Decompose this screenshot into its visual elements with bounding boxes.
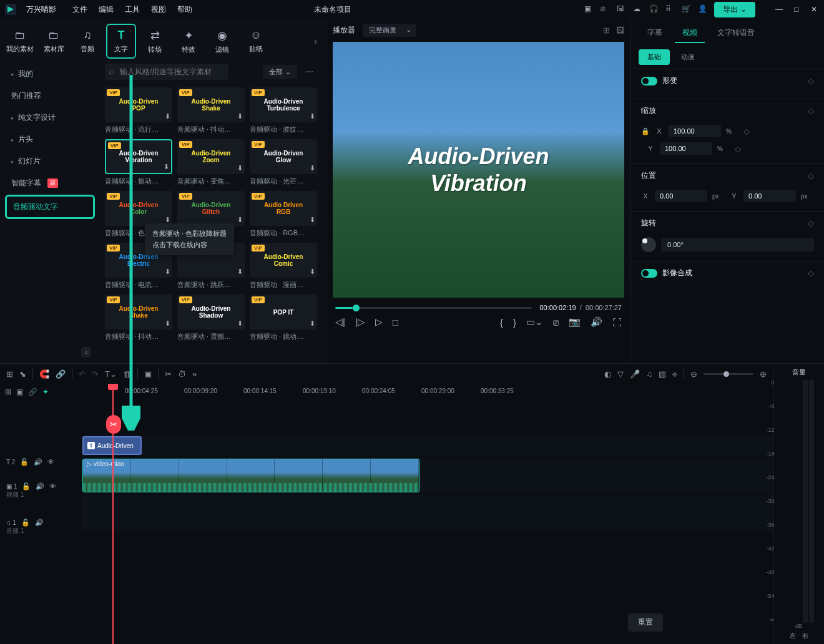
prev-frame-icon[interactable]: ◁| [335,316,345,328]
zoom-out-icon[interactable]: ⊖ [690,369,697,379]
marker-icon[interactable]: ▽ [617,369,624,379]
cut-marker[interactable]: ✂ [106,415,121,434]
tab-library[interactable]: 🗀素材库 [39,25,69,57]
download-icon[interactable]: ⬇ [237,320,243,328]
download-icon[interactable]: ⬇ [165,268,170,276]
sidebar-item-opener[interactable]: 片头 [5,129,95,150]
transform-toggle[interactable] [641,77,657,85]
save-icon[interactable]: 🖫 [617,4,627,14]
mix-icon[interactable]: ▥ [659,369,666,379]
preview-canvas[interactable]: Audio-Driven Vibration [333,42,624,298]
zoom-in-icon[interactable]: ⊕ [760,369,767,379]
apps-icon[interactable]: ⠿ [665,4,675,14]
display-icon[interactable]: ⎚ [553,317,559,328]
close-icon[interactable]: ✕ [809,5,819,14]
add-track-icon[interactable]: ⊞ [5,388,11,396]
asset-card[interactable]: VIPAudio-DrivenVibration⬇音频驱动 · 振动… [105,139,172,186]
screen-icon[interactable]: ⎚ [601,4,611,14]
undo-icon[interactable]: ↶ [79,369,86,379]
tab-text[interactable]: T文字 [106,24,136,59]
menu-edit[interactable]: 编辑 [99,4,114,15]
asset-card[interactable]: VIPAudio-DrivenGlow⬇音频驱动 · 光芒… [250,139,317,186]
asset-card[interactable]: VIPAudio DrivenRGB⬇音频驱动 · RGB… [250,191,317,238]
sidebar-item-slideshow[interactable]: 幻灯片 [5,151,95,172]
scrub-thumb[interactable] [353,305,360,311]
scale-kf-icon[interactable]: ◇ [808,106,814,115]
store-icon[interactable]: 🛒 [682,4,692,14]
eye-icon[interactable]: 👁 [47,458,54,466]
insp-tab-video[interactable]: 视频 [675,24,705,43]
sidebar-item-audiodriven[interactable]: 音频驱动文字 [5,195,95,219]
text-tool-icon[interactable]: T⌄ [105,369,117,379]
asset-card[interactable]: VIPAudio-DrivenShake⬇音频驱动 · 抖动… [105,295,172,341]
maximize-icon[interactable]: □ [792,5,802,14]
tab-my-assets[interactable]: 🗀我的素材 [5,25,35,57]
sidebar-item-mine[interactable]: 我的 [5,64,95,84]
asset-card[interactable]: VIPAudio-DrivenTurbulence⬇音频驱动 · 波纹… [250,87,317,134]
scale-y-input[interactable] [660,142,712,155]
download-icon[interactable]: ⬇ [237,268,243,276]
menu-tools[interactable]: 工具 [125,4,140,15]
grid-icon[interactable]: ⊞ [603,26,610,35]
subtab-anim[interactable]: 动画 [672,49,704,65]
asset-card[interactable]: VIPAudio-DrivenShadow⬇音频驱动 · 震颤… [177,295,245,341]
video-clip[interactable]: ▷ video-miao [82,459,419,492]
select-icon[interactable]: ⬊ [19,369,26,379]
track-marker-icon[interactable]: ✦ [42,388,49,396]
rotation-value[interactable]: 0.00° [661,238,814,251]
menu-help[interactable]: 帮助 [177,4,192,15]
tab-effects[interactable]: ✦特效 [174,25,204,58]
pos-kf-icon[interactable]: ◇ [808,171,814,180]
menu-file[interactable]: 文件 [72,4,87,15]
zoom-slider[interactable] [704,373,753,375]
mic-icon[interactable]: 🎤 [630,369,640,379]
music-icon[interactable]: ♫ [646,369,652,379]
download-icon[interactable]: ⬇ [310,164,315,172]
scrub-track[interactable] [335,307,532,309]
track-link-icon[interactable]: 🔗 [28,388,37,396]
mark-in-icon[interactable]: { [500,317,503,328]
tab-filters[interactable]: ◉滤镜 [207,25,237,58]
layout-icon[interactable]: ▣ [584,4,594,14]
rot-kf-icon[interactable]: ◇ [808,218,814,228]
pip-icon[interactable]: ⎆ [672,369,677,379]
redo-icon[interactable]: ↷ [92,369,99,379]
insp-tab-caption[interactable]: 字幕 [640,24,670,43]
sidebar-collapse-icon[interactable]: ‹ [81,347,91,357]
track-screen-icon[interactable]: ▣ [16,388,23,396]
filter-dropdown[interactable]: 全部 ⌄ [263,65,297,79]
more-options-icon[interactable]: ⋯ [302,66,317,77]
magnet-icon[interactable]: 🧲 [39,369,49,379]
download-icon[interactable]: ⬇ [310,268,315,276]
play-icon[interactable]: ▷ [375,316,383,328]
scale-x-kf[interactable]: ◇ [743,127,750,136]
mark-out-icon[interactable]: } [513,317,516,328]
quality-select[interactable]: 完整画质 [363,24,416,37]
snapshot-icon[interactable]: 📷 [569,316,581,328]
track-head-video1[interactable]: ▣ 1🔓🔊👁 视频 1 [0,472,81,509]
search-input[interactable] [105,64,228,80]
timeline-tracks[interactable]: 00:00:04:25 00:00:09:20 00:00:14:15 00:0… [81,384,773,644]
audio-icon[interactable]: 🔊 [591,316,602,328]
subtab-basic[interactable]: 基础 [639,49,670,65]
asset-card[interactable]: VIPAudio-DrivenShake⬇音频驱动 · 抖动… [177,87,245,134]
download-icon[interactable]: ⬇ [165,112,170,120]
lock-icon[interactable]: 🔒 [641,127,650,135]
text-track-lane[interactable]: Audio-Driven [81,435,773,456]
download-icon[interactable]: ⬇ [237,216,243,224]
tabs-more-icon[interactable]: › [314,36,317,46]
aspect-icon[interactable]: ▭⌄ [526,316,543,328]
asset-card[interactable]: VIPAudio-DrivenComic⬇音频驱动 · 漫画… [250,243,317,290]
track-head-text2[interactable]: T 2🔓🔊👁 [0,451,81,472]
export-button[interactable]: 导出 ⌄ [714,2,755,17]
delete-icon[interactable]: 🗑 [123,369,131,379]
layout-icon[interactable]: ⊞ [6,369,13,379]
keyframe-icon[interactable]: ◇ [808,76,814,85]
tab-stickers[interactable]: ☺贴纸 [241,25,271,57]
tab-transition[interactable]: ⇄转场 [140,25,170,58]
download-icon[interactable]: ⬇ [310,320,315,328]
step-back-icon[interactable]: |▷ [355,316,365,328]
pos-x-input[interactable] [655,190,707,202]
download-icon[interactable]: ⬇ [310,216,315,224]
download-icon[interactable]: ⬇ [237,164,243,172]
